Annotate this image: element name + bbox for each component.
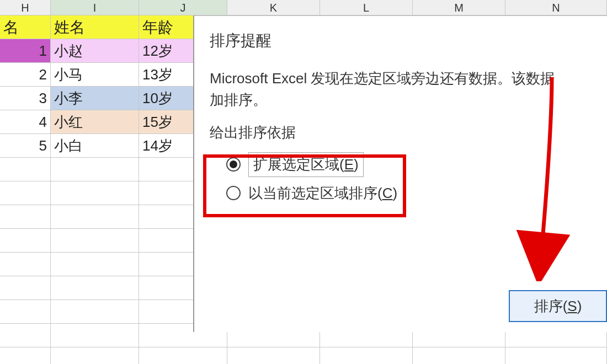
cell-index[interactable]: 3 (0, 87, 51, 110)
cell-header-name[interactable]: 姓名 (51, 15, 139, 39)
radio-label: 以当前选定区域排序(C) (248, 183, 397, 204)
column-header-K[interactable]: K (227, 0, 320, 15)
cell-empty[interactable] (51, 324, 139, 347)
table-row (0, 347, 607, 364)
cell-empty[interactable] (0, 181, 51, 205)
cell-name[interactable]: 小李 (51, 87, 139, 110)
cell-empty[interactable] (0, 205, 51, 229)
dialog-message: Microsoft Excel 发现在选定区域旁边还有数据。该数据 加排序。 (210, 68, 607, 111)
cell-empty[interactable] (320, 347, 413, 364)
cell-empty[interactable] (0, 229, 51, 253)
cell-empty[interactable] (51, 205, 139, 229)
cell-empty[interactable] (0, 253, 51, 276)
cell-empty[interactable] (0, 347, 51, 364)
cell-name[interactable]: 小赵 (51, 39, 139, 63)
radio-label: 扩展选定区域(E) (248, 152, 364, 177)
column-header-J[interactable]: J (139, 0, 227, 15)
cell-index[interactable]: 2 (0, 63, 51, 87)
column-header-row: H I J K L M N (0, 0, 607, 15)
sort-button[interactable]: 排序(S) (509, 290, 607, 322)
cell-header-ming[interactable]: 名 (0, 15, 51, 39)
radio-icon (226, 186, 241, 200)
cell-name[interactable]: 小白 (51, 134, 139, 158)
dialog-title: 排序提醒 (210, 29, 607, 52)
radio-current-selection[interactable]: 以当前选定区域排序(C) (226, 179, 607, 207)
cell-name[interactable]: 小红 (51, 110, 139, 134)
cell-empty[interactable] (51, 300, 139, 324)
column-header-L[interactable]: L (320, 0, 413, 15)
cell-index[interactable]: 4 (0, 110, 51, 134)
sort-warning-dialog: 排序提醒 Microsoft Excel 发现在选定区域旁边还有数据。该数据 加… (193, 15, 607, 332)
cell-index[interactable]: 1 (0, 39, 51, 63)
cell-empty[interactable] (0, 276, 51, 300)
cell-empty[interactable] (0, 300, 51, 324)
column-header-N[interactable]: N (505, 0, 607, 15)
column-header-H[interactable]: H (0, 0, 51, 15)
column-header-I[interactable]: I (51, 0, 139, 15)
cell-empty[interactable] (227, 347, 320, 364)
cell-empty[interactable] (51, 181, 139, 205)
cell-empty[interactable] (51, 253, 139, 276)
cell-empty[interactable] (139, 347, 227, 364)
cell-empty[interactable] (0, 324, 51, 347)
cell-empty[interactable] (505, 347, 607, 364)
cell-empty[interactable] (51, 158, 139, 181)
cell-empty[interactable] (51, 347, 139, 364)
cell-empty[interactable] (413, 347, 505, 364)
cell-index[interactable]: 5 (0, 134, 51, 158)
radio-expand-selection[interactable]: 扩展选定区域(E) (226, 150, 607, 179)
cell-empty[interactable] (51, 276, 139, 300)
cell-empty[interactable] (51, 229, 139, 253)
radio-icon (226, 157, 241, 172)
dialog-group-label: 给出排序依据 (210, 122, 607, 143)
column-header-M[interactable]: M (413, 0, 505, 15)
cell-empty[interactable] (0, 158, 51, 181)
cell-name[interactable]: 小马 (51, 63, 139, 87)
